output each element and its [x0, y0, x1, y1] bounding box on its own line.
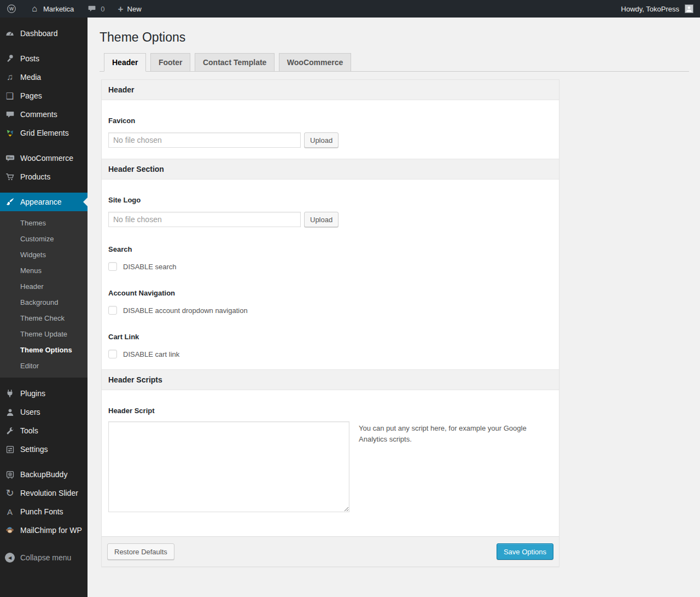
disable-cart-link-checkbox[interactable]	[108, 350, 117, 358]
submenu-item-header[interactable]: Header	[0, 279, 88, 294]
sidebar-item-appearance[interactable]: Appearance	[0, 193, 88, 211]
favicon-upload-button[interactable]: Upload	[304, 132, 339, 148]
submenu-item-theme-update[interactable]: Theme Update	[0, 326, 88, 342]
new-label: New	[127, 5, 142, 13]
cycle-arrows-icon: ↻	[4, 488, 15, 499]
site-logo-file-input[interactable]	[108, 212, 301, 227]
sidebar-item-label: WooCommerce	[20, 154, 73, 163]
svg-text:Woo: Woo	[7, 156, 13, 159]
sidebar-item-settings[interactable]: Settings	[0, 440, 88, 459]
plus-icon: +	[118, 4, 124, 14]
tab-header[interactable]: Header	[104, 53, 146, 72]
sidebar-item-mailchimp[interactable]: MailChimp for WP	[0, 521, 88, 540]
header-script-label: Header Script	[108, 407, 552, 415]
tab-contact-template[interactable]: Contact Template	[195, 53, 275, 71]
admin-bar: W ⌂ Marketica 0 + New Howdy, TokoPress	[0, 0, 700, 18]
sidebar-item-label: Revolution Slider	[20, 489, 78, 497]
sidebar-item-label: Tools	[20, 426, 38, 435]
cart-link-label: Cart Link	[108, 333, 552, 341]
sidebar-item-products[interactable]: Products	[0, 167, 88, 186]
home-icon: ⌂	[30, 4, 39, 14]
sidebar-item-pages[interactable]: ❑ Pages	[0, 86, 88, 105]
favicon-label: Favicon	[108, 117, 552, 125]
submenu-item-menus[interactable]: Menus	[0, 263, 88, 279]
plug-icon	[4, 388, 15, 399]
disable-search-checkbox-label: DISABLE search	[123, 263, 177, 271]
submenu-item-customize[interactable]: Customize	[0, 231, 88, 247]
sidebar-item-users[interactable]: Users	[0, 403, 88, 421]
wordpress-logo-menu[interactable]: W	[0, 0, 23, 18]
grid-pinwheel-icon	[4, 127, 15, 138]
sidebar-item-woocommerce[interactable]: Woo WooCommerce	[0, 149, 88, 167]
sidebar-item-label: Punch Fonts	[20, 507, 63, 516]
user-avatar[interactable]	[685, 4, 693, 13]
appearance-submenu: Themes Customize Widgets Menus Header Ba…	[0, 211, 88, 378]
favicon-file-input[interactable]	[108, 132, 301, 148]
sidebar-item-media[interactable]: ♫ Media	[0, 68, 88, 86]
paintbrush-icon	[4, 196, 15, 207]
sidebar-item-label: Posts	[20, 54, 39, 63]
letter-a-icon: A	[4, 506, 15, 517]
new-content-link[interactable]: + New	[112, 0, 148, 18]
sidebar-item-comments[interactable]: Comments	[0, 105, 88, 124]
tab-footer[interactable]: Footer	[150, 53, 191, 71]
section-header: Header	[102, 80, 559, 100]
main-content: Theme Options Header Footer Contact Temp…	[88, 18, 700, 597]
submenu-item-widgets[interactable]: Widgets	[0, 247, 88, 263]
backup-box-icon	[4, 469, 15, 480]
sidebar-item-label: Media	[20, 73, 41, 82]
sidebar-item-grid-elements[interactable]: Grid Elements	[0, 124, 88, 142]
wordpress-logo-icon: W	[7, 4, 16, 14]
monkey-icon	[4, 525, 15, 536]
sidebar-item-revolution-slider[interactable]: ↻ Revolution Slider	[0, 484, 88, 502]
shopping-cart-icon	[4, 171, 15, 182]
comment-count: 0	[101, 5, 104, 13]
sidebar-item-label: BackupBuddy	[20, 470, 67, 479]
tab-woocommerce[interactable]: WooCommerce	[279, 53, 351, 71]
sidebar-item-label: Comments	[20, 110, 57, 119]
submenu-item-theme-check[interactable]: Theme Check	[0, 310, 88, 326]
sidebar-item-dashboard[interactable]: Dashboard	[0, 24, 88, 43]
disable-account-nav-checkbox-label: DISABLE account dropdown navigation	[123, 306, 248, 315]
submenu-item-editor[interactable]: Editor	[0, 358, 88, 374]
submenu-item-background[interactable]: Background	[0, 294, 88, 310]
site-name: Marketica	[43, 5, 74, 13]
admin-menu: Dashboard Posts ♫ Media ❑ Pages Co	[0, 18, 88, 597]
submenu-item-theme-options[interactable]: Theme Options	[0, 342, 88, 358]
comment-bubble-icon	[87, 4, 97, 14]
submenu-item-themes[interactable]: Themes	[0, 215, 88, 231]
save-options-button[interactable]: Save Options	[497, 543, 553, 560]
site-logo-upload-button[interactable]: Upload	[304, 212, 339, 227]
stacked-pages-icon: ❑	[4, 90, 15, 101]
sidebar-item-punch-fonts[interactable]: A Punch Fonts	[0, 502, 88, 521]
dashboard-gauge-icon	[4, 28, 15, 39]
speech-bubble-icon	[4, 109, 15, 120]
sidebar-item-label: Pages	[20, 91, 42, 100]
sidebar-item-label: Products	[20, 172, 50, 181]
sidebar-item-posts[interactable]: Posts	[0, 49, 88, 68]
wrench-icon	[4, 425, 15, 436]
restore-defaults-button[interactable]: Restore Defaults	[107, 543, 174, 560]
sidebar-item-label: Plugins	[20, 389, 45, 398]
sidebar-item-label: Dashboard	[20, 29, 58, 38]
sidebar-item-tools[interactable]: Tools	[0, 421, 88, 440]
sidebar-item-label: Appearance	[20, 198, 62, 206]
sidebar-item-label: Users	[20, 408, 40, 416]
howdy-account-link[interactable]: Howdy, TokoPress	[615, 0, 680, 18]
sidebar-item-backupbuddy[interactable]: BackupBuddy	[0, 465, 88, 484]
header-script-textarea[interactable]	[108, 421, 349, 512]
site-logo-label: Site Logo	[108, 196, 552, 204]
pushpin-icon	[4, 53, 15, 64]
sidebar-item-plugins[interactable]: Plugins	[0, 384, 88, 403]
comments-admin-bar-link[interactable]: 0	[80, 0, 111, 18]
disable-account-nav-checkbox[interactable]	[108, 306, 117, 315]
site-name-link[interactable]: ⌂ Marketica	[23, 0, 80, 18]
collapse-menu-label: Collapse menu	[20, 553, 71, 562]
howdy-text: Howdy, TokoPress	[621, 5, 679, 13]
person-icon	[4, 407, 15, 418]
disable-search-checkbox[interactable]	[108, 262, 117, 271]
collapse-menu-button[interactable]: ◀ Collapse menu	[0, 548, 88, 567]
search-label: Search	[108, 245, 552, 253]
theme-options-panel: Header Favicon Upload Header Section Sit…	[101, 79, 559, 567]
tab-bar: Header Footer Contact Template WooCommer…	[100, 53, 689, 72]
